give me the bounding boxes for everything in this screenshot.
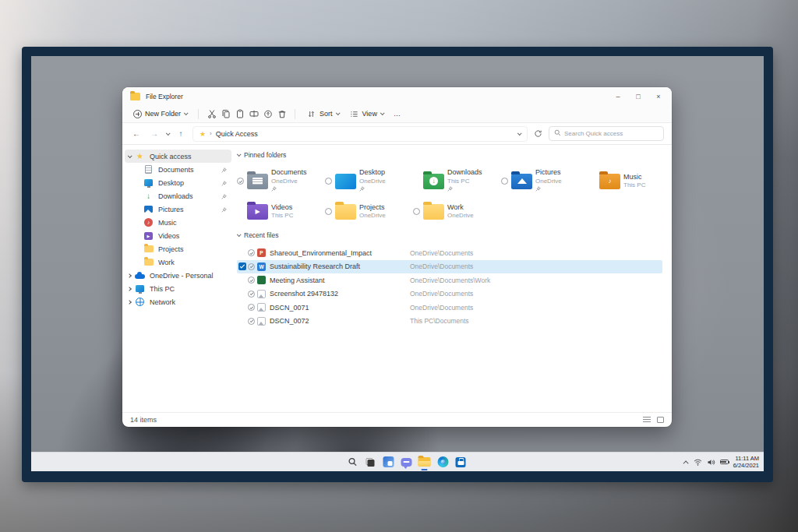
videos-icon: ▶ xyxy=(143,231,154,241)
sidebar-item-music[interactable]: ♪ Music xyxy=(140,216,231,229)
pinned-folder-projects[interactable]: Projects OneDrive xyxy=(325,196,413,227)
monitor-bezel: File Explorer – □ × New Folder xyxy=(22,47,773,482)
row-checkbox[interactable] xyxy=(238,262,246,270)
chevron-right-icon[interactable] xyxy=(127,287,132,291)
pinned-folder-location: OneDrive xyxy=(359,212,386,220)
pinned-folder-music[interactable]: ♪ Music This PC xyxy=(589,166,677,196)
items-view: Pinned folders Documents OneDrive xyxy=(234,145,672,412)
search-input[interactable] xyxy=(564,130,659,137)
cut-button[interactable] xyxy=(207,109,217,119)
taskbar-search-button[interactable] xyxy=(347,456,358,468)
recent-file-row-selected[interactable]: W Sustainability Research Draft OneDrive… xyxy=(237,260,662,274)
pinned-folder-location: This PC xyxy=(623,181,645,189)
sort-button[interactable]: Sort xyxy=(303,107,342,121)
recent-files-header[interactable]: Recent files xyxy=(237,230,662,241)
sidebar-item-documents[interactable]: Documents xyxy=(140,163,231,176)
search-icon xyxy=(554,129,561,138)
pin-icon[interactable] xyxy=(221,193,227,201)
new-folder-button[interactable]: New Folder xyxy=(130,108,190,120)
thumbnail-view-toggle[interactable] xyxy=(657,417,664,423)
maximize-button[interactable]: □ xyxy=(628,89,648,104)
rename-button[interactable] xyxy=(249,109,259,119)
paste-button[interactable] xyxy=(235,109,245,119)
sidebar-item-quick-access[interactable]: ★ Quick access xyxy=(125,150,231,163)
hidden-icons-chevron[interactable] xyxy=(683,460,688,466)
breadcrumb[interactable]: ★ › Quick Access xyxy=(192,126,528,142)
pinned-folder-work[interactable]: Work OneDrive xyxy=(413,196,501,227)
pin-icon[interactable] xyxy=(221,180,227,188)
recent-file-row[interactable]: DSCN_0072 This PC\Documents xyxy=(237,315,662,329)
view-button[interactable]: View xyxy=(346,107,387,121)
sidebar-item-pictures[interactable]: Pictures xyxy=(140,203,231,216)
chevron-down-icon[interactable] xyxy=(128,153,132,158)
desktop-folder-icon xyxy=(335,174,356,189)
more-options-button[interactable]: … xyxy=(390,108,404,119)
delete-button[interactable] xyxy=(277,109,287,119)
taskbar-clock[interactable]: 11:11 AM 6/24/2021 xyxy=(733,455,759,470)
address-dropdown-chevron[interactable] xyxy=(517,131,522,136)
command-bar: New Folder xyxy=(122,105,672,123)
pinned-folder-videos[interactable]: ▶ Videos This PC xyxy=(237,196,325,227)
details-view-toggle[interactable] xyxy=(643,417,651,423)
title-bar[interactable]: File Explorer – □ × xyxy=(122,87,672,105)
widgets-button[interactable] xyxy=(383,456,394,468)
back-button[interactable]: ← xyxy=(130,129,143,138)
pinned-folder-desktop[interactable]: Desktop OneDrive xyxy=(325,166,413,196)
sync-status-icon xyxy=(248,277,255,284)
pictures-icon xyxy=(143,204,154,214)
pinned-folder-documents[interactable]: Documents OneDrive xyxy=(237,166,325,196)
pinned-folder-location: This PC xyxy=(271,212,293,220)
work-folder-icon xyxy=(423,204,444,220)
recent-file-row[interactable]: P Shareout_Environmental_Impact OneDrive… xyxy=(237,246,662,260)
pinned-folders-header[interactable]: Pinned folders xyxy=(237,150,662,160)
chevron-right-icon[interactable] xyxy=(127,273,132,278)
chat-button[interactable] xyxy=(401,456,412,468)
sidebar-item-network[interactable]: Network xyxy=(125,295,231,308)
copy-button[interactable] xyxy=(221,109,231,119)
breadcrumb-location[interactable]: Quick Access xyxy=(216,130,258,138)
pinned-folder-location: OneDrive xyxy=(447,212,474,220)
share-button[interactable] xyxy=(263,109,273,119)
file-name: Screenshot 29478132 xyxy=(270,290,410,298)
file-name: DSCN_0072 xyxy=(270,317,410,325)
edge-button[interactable] xyxy=(437,456,449,468)
recent-file-row[interactable]: DSCN_0071 OneDrive\Documents xyxy=(237,301,662,315)
volume-icon[interactable] xyxy=(707,459,715,466)
folder-icon xyxy=(143,257,154,267)
close-button[interactable]: × xyxy=(648,89,669,104)
minimize-button[interactable]: – xyxy=(608,89,628,104)
sidebar-item-videos[interactable]: ▶ Videos xyxy=(140,229,231,242)
sidebar-item-onedrive[interactable]: OneDrive - Personal xyxy=(125,269,231,282)
store-button[interactable] xyxy=(455,456,467,468)
recent-locations-chevron[interactable] xyxy=(166,131,171,136)
pin-icon[interactable] xyxy=(221,206,227,214)
sidebar-item-desktop[interactable]: Desktop xyxy=(140,176,231,189)
up-button[interactable]: ↑ xyxy=(175,129,187,138)
search-box[interactable] xyxy=(549,126,664,141)
recent-file-row[interactable]: Screenshot 29478132 OneDrive\Documents xyxy=(237,287,662,301)
forward-button[interactable]: → xyxy=(148,129,161,138)
sync-status-icon xyxy=(237,178,244,185)
photo-background: File Explorer – □ × New Folder xyxy=(0,0,798,532)
refresh-button[interactable] xyxy=(533,129,543,139)
new-folder-label: New Folder xyxy=(145,110,181,118)
pinned-folder-downloads[interactable]: ↓ Downloads This PC xyxy=(413,166,501,196)
battery-icon[interactable] xyxy=(720,460,729,464)
sidebar-item-work[interactable]: Work xyxy=(140,255,231,269)
sidebar-item-label: Quick access xyxy=(150,153,192,160)
sidebar-item-this-pc[interactable]: This PC xyxy=(125,282,231,295)
start-button[interactable] xyxy=(329,456,341,468)
desktop[interactable]: File Explorer – □ × New Folder xyxy=(31,56,764,471)
sidebar-item-projects[interactable]: Projects xyxy=(140,242,231,255)
wifi-icon[interactable] xyxy=(694,459,702,466)
task-view-button[interactable] xyxy=(365,456,376,468)
pin-icon[interactable] xyxy=(221,167,227,174)
taskbar-file-explorer-button[interactable] xyxy=(418,457,431,467)
pinned-folder-pictures[interactable]: Pictures OneDrive xyxy=(501,166,589,196)
recent-file-row[interactable]: Meeting Assistant OneDrive\Documents\Wor… xyxy=(237,273,662,287)
sidebar-item-downloads[interactable]: ↓ Downloads xyxy=(140,189,231,203)
chevron-right-icon[interactable] xyxy=(127,300,132,305)
clock-date: 6/24/2021 xyxy=(733,462,759,469)
sidebar-item-label: Network xyxy=(150,298,175,306)
pinned-folder-name: Pictures xyxy=(535,168,562,177)
